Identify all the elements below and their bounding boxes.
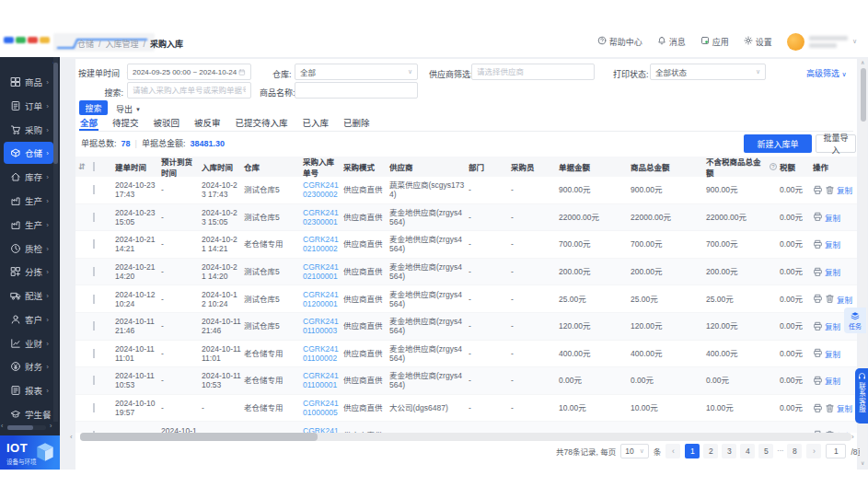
row-checkbox[interactable] [93, 213, 95, 222]
sidebar-item-分拣[interactable]: 分拣› [4, 261, 53, 283]
page-button-5[interactable]: 5 [758, 444, 773, 458]
task-float-button[interactable]: 任务 [844, 308, 866, 333]
page-button-4[interactable]: 4 [740, 444, 755, 458]
sidebar-vertical-scrollbar[interactable] [53, 57, 58, 422]
info-icon[interactable]: ? [770, 163, 777, 170]
order-number-link[interactable]: CGRK24102100001 [303, 262, 339, 281]
sidebar-item-配送[interactable]: 配送› [4, 284, 53, 307]
apps-button[interactable]: 应用 [700, 36, 729, 48]
tab-待提交[interactable]: 待提交 [111, 114, 140, 131]
scroll-down-icon[interactable]: ∨ [861, 459, 864, 466]
advanced-filter-link[interactable]: 高级筛选 ∨ [806, 67, 847, 79]
messages-button[interactable]: 消息 [657, 36, 686, 48]
select-all-checkbox[interactable] [93, 162, 95, 171]
customer-service-float-button[interactable]: 联系客服 [855, 368, 868, 424]
delete-icon[interactable] [825, 403, 835, 413]
delete-icon[interactable] [825, 185, 835, 195]
search-input[interactable] [127, 82, 251, 99]
sidebar-item-商品[interactable]: 商品› [4, 71, 53, 93]
scroll-up-icon[interactable]: ∧ [861, 59, 864, 65]
page-button-8[interactable]: 8 [787, 444, 802, 458]
row-checkbox[interactable] [93, 376, 95, 385]
copy-link[interactable]: 复制 [825, 375, 840, 386]
sidebar-item-学生餐[interactable]: 学生餐› [4, 403, 53, 425]
order-number-link[interactable]: CGRK24102100002 [303, 235, 339, 253]
order-number-link[interactable]: CGRK24102300002 [303, 180, 339, 199]
row-checkbox[interactable] [93, 349, 95, 358]
user-menu[interactable]: ∨ [787, 33, 857, 51]
sidebar-item-财务[interactable]: 财务› [4, 355, 53, 377]
print-icon[interactable] [813, 212, 823, 222]
row-checkbox[interactable] [93, 295, 95, 304]
table-horizontal-scrollbar[interactable]: ‹ › [75, 433, 857, 441]
page-jump-input[interactable] [826, 444, 846, 458]
scroll-left-icon[interactable]: ‹ [1, 423, 3, 429]
search-button[interactable]: 搜索 [79, 100, 108, 115]
order-number-link[interactable]: CGRK24101100001 [303, 371, 339, 389]
tab-已删除[interactable]: 已删除 [342, 114, 371, 131]
breadcrumb-item[interactable]: 仓储 [77, 38, 94, 50]
copy-link[interactable]: 复制 [825, 266, 840, 277]
scroll-right-icon[interactable]: › [50, 423, 52, 429]
print-icon[interactable] [813, 403, 823, 413]
copy-link[interactable]: 复制 [837, 184, 852, 195]
batch-import-button[interactable]: 批量导入 [816, 134, 856, 153]
sidebar-item-采购[interactable]: 采购› [4, 119, 53, 141]
warehouse-select[interactable]: 全部 ∨ [295, 64, 418, 80]
page-size-select[interactable]: 10 ∨ [620, 444, 649, 458]
time-type-select[interactable]: 按建单时间 ∨ [78, 67, 131, 79]
sidebar-item-订单[interactable]: 订单› [4, 95, 53, 117]
prev-page-button[interactable]: ‹ [665, 444, 680, 458]
order-number-link[interactable]: CGRK241010 [303, 426, 339, 434]
new-inbound-order-button[interactable]: 新建入库单 [744, 134, 812, 153]
delete-icon[interactable] [825, 294, 835, 304]
print-status-select[interactable]: 全部状态 ∨ [650, 64, 766, 80]
copy-link[interactable]: 复制 [825, 348, 840, 359]
row-checkbox[interactable] [93, 267, 95, 276]
row-checkbox[interactable] [93, 185, 95, 194]
row-checkbox[interactable] [93, 321, 95, 331]
help-center-button[interactable]: 帮助中心 [597, 36, 642, 48]
tab-被反审[interactable]: 被反审 [193, 114, 222, 131]
page-button-1[interactable]: 1 [685, 444, 700, 458]
tab-已提交待入库[interactable]: 已提交待入库 [235, 114, 289, 131]
iot-banner[interactable]: IOT 设备与环境 [0, 435, 60, 470]
print-icon[interactable] [813, 376, 823, 386]
order-number-link[interactable]: CGRK24101100002 [303, 344, 339, 363]
sidebar-item-报表[interactable]: 报表› [4, 379, 53, 401]
sidebar-item-生产[interactable]: 生产› [4, 214, 53, 236]
sidebar-item-质检[interactable]: 质检› [4, 238, 53, 260]
copy-link[interactable]: 复制 [825, 212, 840, 223]
next-page-button[interactable]: › [806, 444, 821, 458]
order-number-link[interactable]: CGRK24101000005 [303, 399, 339, 417]
scrollbar-thumb[interactable] [80, 433, 318, 441]
print-icon[interactable] [813, 348, 823, 358]
order-number-link[interactable]: CGRK24101200001 [303, 290, 339, 308]
order-number-link[interactable]: CGRK24102300001 [303, 208, 339, 226]
copy-link[interactable]: 复制 [837, 294, 852, 305]
copy-link[interactable]: 复制 [825, 320, 840, 331]
goods-name-input[interactable] [295, 82, 418, 99]
print-icon[interactable] [813, 267, 823, 277]
breadcrumb-item[interactable]: 入库管理 [106, 38, 139, 50]
page-button-2[interactable]: 2 [703, 444, 718, 458]
tab-被驳回[interactable]: 被驳回 [153, 114, 181, 131]
supplier-input[interactable] [471, 64, 595, 80]
copy-link[interactable]: 复制 [837, 402, 852, 413]
print-icon[interactable] [813, 185, 823, 195]
print-icon[interactable] [813, 294, 823, 304]
scroll-left-icon[interactable]: ‹ [70, 433, 73, 441]
order-number-link[interactable]: CGRK24101100003 [303, 317, 339, 335]
page-button-3[interactable]: 3 [722, 444, 736, 458]
avatar[interactable] [787, 33, 804, 51]
scrollbar-thumb[interactable] [861, 68, 866, 122]
tab-已入库[interactable]: 已入库 [302, 114, 330, 131]
sidebar-item-仓储[interactable]: 仓储› [4, 142, 53, 164]
print-icon[interactable] [813, 321, 823, 331]
copy-link[interactable]: 复制 [825, 238, 840, 250]
print-icon[interactable] [813, 239, 823, 250]
scroll-right-icon[interactable]: › [851, 433, 854, 441]
tab-全部[interactable]: 全部 [79, 114, 98, 131]
sidebar-item-库存[interactable]: 库存› [4, 166, 53, 188]
expand-rows-icon[interactable]: ⇵ [78, 162, 86, 171]
